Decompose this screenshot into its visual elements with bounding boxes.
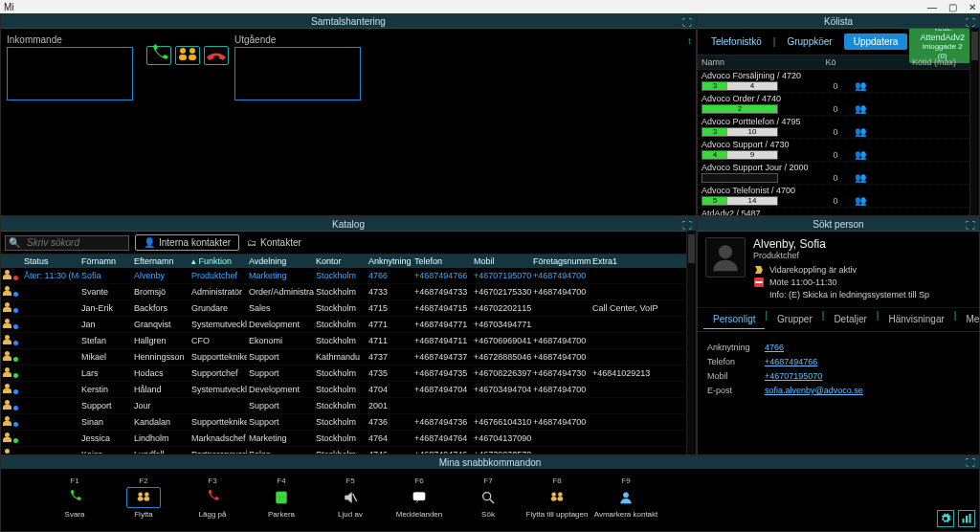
presence-icon (3, 400, 16, 410)
tab-hanvisningar[interactable]: Hänvisningar (879, 310, 953, 329)
shortcut-f9[interactable]: F9 Avmarkera kontakt (602, 477, 650, 519)
presence-icon (3, 302, 16, 312)
card-icon: 🗂 (247, 237, 256, 248)
expand-icon[interactable]: ⛶ (682, 15, 692, 30)
outgoing-label: Utgående (234, 34, 368, 45)
catalog-search[interactable]: 🔍 (5, 235, 129, 251)
shortcut-f3[interactable]: F3 Lägg på (189, 477, 236, 519)
svg-rect-24 (969, 514, 971, 523)
queue-tab-group[interactable]: Gruppköer (777, 33, 841, 50)
queue-row[interactable]: Advoco Order / 4740 2 0 👥 (698, 93, 979, 116)
catalog-scrollbar[interactable] (686, 231, 696, 454)
shortcut-f2[interactable]: F2 Flytta (120, 477, 167, 519)
presence-icon (3, 416, 16, 426)
presence-icon (3, 432, 16, 442)
panel-call-handling: Samtalshantering ⛶ Inkommande Utgående ↕ (0, 13, 697, 216)
minimize-icon[interactable]: — (927, 2, 937, 12)
panel-title-queue: Kölista (824, 16, 853, 27)
value-telefon[interactable]: +4687494766 (765, 357, 969, 366)
hangup-button[interactable] (204, 46, 229, 65)
busy-icon (753, 277, 765, 288)
table-row[interactable]: JanGranqvistSystemutvecklareDevelopment … (1, 317, 696, 333)
queue-row[interactable]: AtdAdv2 / 5487 0 👥 (698, 208, 979, 215)
agents-icon: 👥 (855, 172, 902, 183)
shortcut-f5[interactable]: F5 Ljud av (326, 477, 374, 519)
presence-icon (3, 449, 16, 454)
value-anknytning[interactable]: 4766 (765, 343, 969, 352)
catalog-tab-contacts[interactable]: 🗂 Kontakter (239, 235, 309, 250)
presence-icon (3, 286, 16, 296)
panel-header-catalog: Katalog ⛶ (1, 217, 696, 232)
svg-point-0 (180, 48, 186, 54)
queue-row[interactable]: Advoco Support Jour / 2000 0 👥 (698, 162, 979, 185)
table-row[interactable]: SvanteBromsjöAdministratörOrder/Administ… (1, 284, 696, 300)
svg-rect-22 (963, 519, 965, 523)
table-row[interactable]: SupportJourSupport Stockholm2001 (1, 398, 696, 414)
catalog-tab-internal[interactable]: 👤 Interna kontakter (135, 234, 239, 251)
catalog-search-input[interactable] (23, 237, 119, 248)
person-tabs: Personligt | Grupper | Detaljer | Hänvis… (698, 308, 979, 332)
queue-tab-telefonist[interactable]: Telefonistkö (702, 33, 771, 50)
tab-detaljer[interactable]: Detaljer (824, 310, 876, 329)
svg-rect-14 (413, 493, 425, 500)
svg-line-16 (490, 499, 494, 503)
panel-person: Sökt person ⛶ Alvenby, Sofia Produktchef… (697, 216, 980, 455)
table-row[interactable]: Jan-ErikBackforsGrundareSales Stockholm4… (1, 300, 696, 317)
agents-icon: 👥 (855, 149, 902, 160)
tab-meddelande[interactable]: Meddelande (956, 310, 980, 329)
tab-grupper[interactable]: Grupper (768, 310, 822, 329)
panel-title-person: Sökt person (813, 219, 863, 230)
presence-icon (3, 319, 16, 328)
panel-shortcuts: Mina snabbkommandon ⛶ F1 SvaraF2 FlyttaF… (0, 455, 980, 532)
table-row[interactable]: LarsHodacsSupportchefSupport Stockholm47… (1, 366, 696, 382)
agents-icon: 👥 (855, 126, 902, 137)
svg-text:P: P (278, 494, 283, 502)
svg-line-13 (353, 494, 357, 501)
svg-point-8 (145, 493, 148, 497)
panel-title-call-handling: Samtalshantering (311, 16, 386, 27)
outgoing-box[interactable] (234, 47, 361, 100)
queue-row[interactable]: Advoco Telefonist / 4700 514 0 👥 (698, 185, 979, 208)
expand-icon[interactable]: ⛶ (966, 218, 975, 233)
incoming-box[interactable] (7, 47, 133, 100)
value-mobil[interactable]: +46707195070 (765, 371, 969, 381)
transfer-button[interactable] (175, 46, 200, 65)
svg-rect-23 (966, 516, 968, 523)
queue-row[interactable]: Advoco Porttelefon / 4795 310 0 👥 (698, 116, 979, 139)
shortcut-f7[interactable]: F7 Sök (464, 477, 512, 519)
shortcut-f4[interactable]: F4 P Parkera (257, 477, 305, 519)
shortcut-f8[interactable]: F8 Flytta till upptagen (533, 477, 581, 519)
value-epost[interactable]: sofia.alvenby@advoco.se (765, 386, 969, 395)
person-name: Alvenby, Sofia (753, 237, 971, 251)
panel-queue: Kölista ⛶ Telefonistkö | Gruppköer Uppda… (697, 13, 980, 216)
expand-icon[interactable]: ⛶ (966, 456, 975, 469)
queue-update-button[interactable]: Uppdatera (844, 33, 908, 50)
table-row[interactable]: StefanHallgrenCFOEkonomi Stockholm4711+4… (1, 333, 696, 349)
shortcut-f6[interactable]: F6 Meddelanden (395, 477, 443, 519)
svg-rect-3 (189, 55, 196, 60)
table-row[interactable]: SinanKandalanSupportteknikerSupport Stoc… (1, 414, 696, 431)
svg-point-1 (189, 48, 195, 54)
table-row[interactable]: JessicaLindholmMarknadschefMarketing Sto… (1, 431, 696, 447)
person-title: Produktchef (753, 251, 971, 260)
presence-icon (3, 335, 16, 344)
table-row[interactable]: Åter: 11:30 (Möte) SofiaAlvenbyProduktch… (1, 268, 696, 284)
stats-icon[interactable] (958, 510, 975, 527)
agents-icon: 👥 (855, 195, 902, 206)
settings-icon[interactable] (937, 510, 954, 527)
svg-point-21 (623, 493, 628, 498)
queue-scrollbar[interactable] (969, 28, 979, 215)
status-forward: Vidarekoppling är aktiv (753, 264, 971, 276)
queue-row[interactable]: Advoco Försäljning / 4720 34 0 👥 (698, 70, 979, 93)
table-row[interactable]: KajsaLundfallPartneransvarigSales Stockh… (1, 447, 696, 454)
table-row[interactable]: MikaelHenningssonSupportteknikerSupport … (1, 349, 696, 366)
status-info: Info: (E) Skicka in ledningssystemet til… (753, 289, 971, 300)
answer-button[interactable] (146, 46, 171, 65)
queue-row[interactable]: Advoco Support / 4730 49 0 👥 (698, 139, 979, 162)
shortcut-f1[interactable]: F1 Svara (51, 477, 99, 519)
close-icon[interactable]: ✕ (969, 2, 976, 12)
maximize-icon[interactable]: ▢ (948, 2, 957, 12)
tab-personligt[interactable]: Personligt (703, 310, 765, 329)
table-row[interactable]: KerstinHålandSystemutvecklareDevelopment… (1, 382, 696, 398)
collapse-icon[interactable]: ↕ (687, 35, 692, 46)
